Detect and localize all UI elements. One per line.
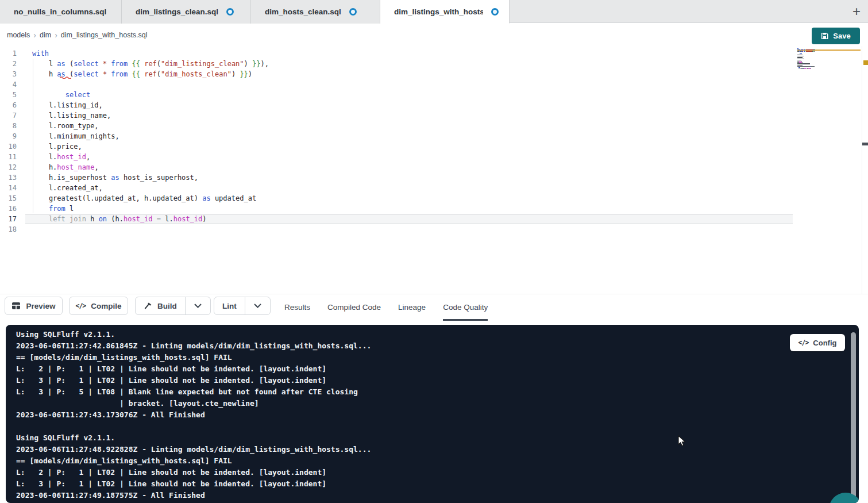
minimap-line bbox=[801, 49, 803, 50]
line-number: 9 bbox=[0, 131, 25, 141]
code-line[interactable]: 7 l.listing_name, bbox=[0, 110, 793, 121]
code-line[interactable]: 5 select bbox=[0, 90, 793, 100]
line-number: 14 bbox=[0, 183, 25, 193]
code-line[interactable]: 4 bbox=[0, 79, 793, 90]
code-text: l.room_type, bbox=[25, 121, 99, 131]
code-line[interactable]: 12 h.host_name, bbox=[0, 162, 793, 172]
minimap-line bbox=[800, 53, 801, 54]
breadcrumb-item[interactable]: models bbox=[6, 31, 31, 39]
minimap-line bbox=[815, 49, 815, 50]
code-line[interactable]: 10 l.price, bbox=[0, 141, 793, 152]
code-editor[interactable]: 1with2 l as (select * from {{ ref("dim_l… bbox=[0, 46, 868, 294]
editor-tab[interactable]: no_nulls_in_columns.sql bbox=[0, 0, 122, 24]
editor-minimap[interactable] bbox=[797, 47, 861, 72]
minimap-line bbox=[797, 55, 803, 55]
code-line[interactable]: 9 l.minimum_nights, bbox=[0, 131, 793, 141]
line-number: 11 bbox=[0, 152, 25, 162]
minimap-line bbox=[797, 66, 811, 67]
build-label: Build bbox=[157, 302, 177, 310]
code-brackets-icon: </> bbox=[798, 339, 809, 347]
code-text: with bbox=[25, 48, 49, 59]
minimap-line bbox=[797, 65, 803, 66]
code-text: l.price, bbox=[25, 141, 82, 152]
minimap-line bbox=[807, 51, 812, 51]
code-line[interactable]: 18 bbox=[0, 224, 793, 235]
lint-output-terminal[interactable]: Using SQLFluff v2.1.1. 2023-06-06T11:27:… bbox=[6, 325, 859, 503]
lint-squiggle bbox=[60, 76, 71, 79]
minimap-line bbox=[797, 60, 801, 60]
ruler-cursor-marker bbox=[862, 143, 868, 145]
minimap-line bbox=[797, 63, 804, 64]
line-number: 6 bbox=[0, 100, 25, 110]
editor-tab-label: dim_hosts_clean.sql bbox=[265, 7, 341, 16]
code-text: l.listing_name, bbox=[25, 110, 111, 121]
code-text: l.listing_id, bbox=[25, 100, 103, 110]
editor-tab-label: no_nulls_in_columns.sql bbox=[14, 7, 106, 16]
compile-button[interactable]: </> Compile bbox=[69, 297, 128, 315]
panel-tab-code-quality[interactable]: Code Quality bbox=[443, 294, 488, 321]
minimap-line bbox=[802, 62, 803, 63]
minimap-line bbox=[797, 56, 804, 56]
line-number: 3 bbox=[0, 69, 25, 79]
compile-label: Compile bbox=[91, 302, 121, 310]
panel-tab-lineage[interactable]: Lineage bbox=[398, 294, 426, 321]
file-tab-bar: no_nulls_in_columns.sqldim_listings_clea… bbox=[0, 0, 868, 23]
line-number: 5 bbox=[0, 90, 25, 100]
code-line[interactable]: 11 l.host_id, bbox=[0, 152, 793, 162]
line-number: 12 bbox=[0, 162, 25, 172]
breadcrumb-item[interactable]: dim_listings_with_hosts.sql bbox=[60, 31, 149, 39]
new-tab-button[interactable]: + bbox=[848, 3, 865, 20]
preview-button[interactable]: Preview bbox=[5, 297, 63, 315]
build-options-chevron[interactable] bbox=[185, 297, 210, 314]
line-number: 15 bbox=[0, 193, 25, 203]
code-line[interactable]: 6 l.listing_id, bbox=[0, 100, 793, 110]
config-button[interactable]: </> Config bbox=[790, 334, 845, 351]
code-line[interactable]: 13 h.is_superhost as host_is_superhost, bbox=[0, 172, 793, 183]
code-line[interactable]: 16 from l bbox=[0, 203, 793, 214]
minimap-line bbox=[797, 48, 798, 49]
code-text bbox=[25, 79, 32, 90]
code-line[interactable]: 3 h as (select * from {{ ref("dim_hosts_… bbox=[0, 69, 793, 79]
breadcrumb-chevron-icon: › bbox=[31, 30, 38, 40]
breadcrumb-item[interactable]: dim bbox=[38, 31, 52, 39]
code-line[interactable]: 17 left join h on (h.host_id = l.host_id… bbox=[0, 214, 793, 224]
code-text: h.is_superhost as host_is_superhost, bbox=[25, 172, 198, 183]
build-split-button: Build bbox=[135, 297, 211, 315]
panel-tab-results[interactable]: Results bbox=[284, 294, 310, 321]
code-text: select bbox=[25, 90, 90, 100]
minimap-line bbox=[807, 49, 813, 50]
line-number: 10 bbox=[0, 141, 25, 152]
code-line[interactable]: 14 l.created_at, bbox=[0, 183, 793, 193]
lint-options-chevron[interactable] bbox=[245, 297, 270, 314]
panel-tab-compiled-code[interactable]: Compiled Code bbox=[327, 294, 381, 321]
result-panel-tabs: ResultsCompiled CodeLineageCode Quality bbox=[284, 294, 488, 321]
unsaved-changes-dot-icon bbox=[349, 8, 357, 16]
code-line[interactable]: 15 greatest(l.updated_at, h.updated_at) … bbox=[0, 193, 793, 203]
save-button[interactable]: Save bbox=[812, 28, 860, 44]
preview-label: Preview bbox=[26, 302, 55, 310]
code-line[interactable]: 8 l.room_type, bbox=[0, 121, 793, 131]
minimap-line bbox=[804, 63, 811, 64]
terminal-scrollbar[interactable] bbox=[851, 332, 856, 500]
terminal-output: Using SQLFluff v2.1.1. 2023-06-06T11:27:… bbox=[16, 329, 371, 501]
code-text: from l bbox=[25, 203, 74, 214]
dbt-cloud-ide: no_nulls_in_columns.sqldim_listings_clea… bbox=[0, 0, 868, 503]
chevron-down-icon bbox=[254, 304, 261, 308]
build-button[interactable]: Build bbox=[136, 297, 185, 314]
lint-button[interactable]: Lint bbox=[214, 297, 245, 314]
code-line[interactable]: 1with bbox=[0, 48, 793, 59]
editor-tab[interactable]: dim_listings_with_hosts.sql bbox=[380, 0, 510, 24]
code-text bbox=[25, 224, 32, 235]
line-number: 4 bbox=[0, 79, 25, 90]
editor-tab[interactable]: dim_hosts_clean.sql bbox=[251, 0, 380, 24]
editor-tab[interactable]: dim_listings_clean.sql bbox=[122, 0, 251, 24]
line-number: 7 bbox=[0, 110, 25, 121]
minimap-line bbox=[797, 59, 804, 59]
line-number: 1 bbox=[0, 48, 25, 59]
minimap-line bbox=[800, 67, 800, 68]
overview-ruler[interactable] bbox=[862, 46, 868, 294]
code-text: l.created_at, bbox=[25, 183, 103, 193]
line-number: 13 bbox=[0, 172, 25, 183]
breadcrumb: models›dim›dim_listings_with_hosts.sql bbox=[6, 30, 149, 40]
code-line[interactable]: 2 l as (select * from {{ ref("dim_listin… bbox=[0, 59, 793, 69]
